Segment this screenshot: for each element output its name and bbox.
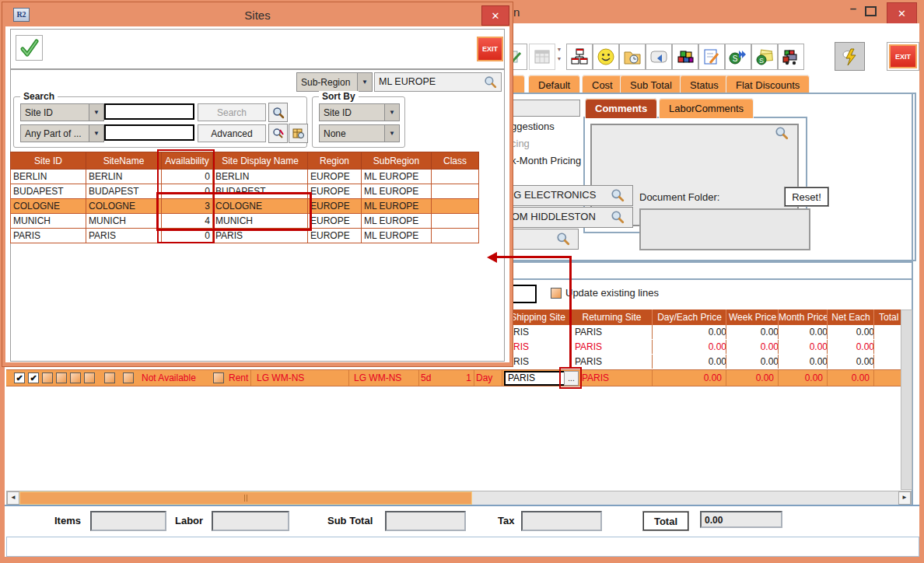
svg-text:S: S <box>759 57 764 65</box>
items-label: Items <box>54 515 81 526</box>
tab-status[interactable]: Status <box>680 75 729 94</box>
row-checkbox[interactable] <box>56 372 67 383</box>
main-exit-button[interactable]: EXIT <box>889 44 917 68</box>
line-row[interactable]: PARIS PARIS 0.00 0.00 0.00 0.00 <box>498 355 901 370</box>
main-exit-button-frame[interactable]: EXIT <box>887 42 919 71</box>
inventory-button[interactable] <box>672 44 698 70</box>
shortcut-key-button[interactable] <box>646 44 672 70</box>
row-checkbox[interactable] <box>70 372 81 383</box>
org-chart-button[interactable] <box>566 44 593 70</box>
subregion-dropdown[interactable]: Sub-Region ▼ <box>296 72 373 92</box>
scroll-left-button[interactable]: ◄ <box>7 491 19 505</box>
document-folder-textarea[interactable] <box>639 208 810 250</box>
calendar-button[interactable] <box>529 44 555 70</box>
row-checkbox[interactable]: ✔ <box>14 372 25 383</box>
grid-search-button[interactable] <box>289 124 308 143</box>
row-checkbox[interactable] <box>42 372 53 383</box>
calendar-dropdown-arrows[interactable]: ▼▼ <box>555 45 563 67</box>
maximize-button[interactable] <box>865 6 877 19</box>
invoice-button[interactable]: S <box>751 44 778 70</box>
sort-secondary-dropdown[interactable]: None ▼ <box>319 124 400 142</box>
advanced-find-button[interactable] <box>268 124 288 143</box>
search-icon[interactable] <box>611 210 625 224</box>
total-label-box: Total <box>642 511 689 531</box>
history-folder-button[interactable] <box>619 44 646 70</box>
cell-day: 0.00 <box>652 325 731 339</box>
confirm-selection-button[interactable] <box>16 35 43 61</box>
search-icon[interactable] <box>484 75 497 89</box>
label-pricing-partial: cing <box>511 138 530 149</box>
truck-boxes-icon <box>782 47 800 66</box>
minimize-button[interactable]: – <box>845 2 862 20</box>
contact-button[interactable] <box>593 44 619 70</box>
org-chart-icon <box>570 47 589 66</box>
update-lines-label: Update existing lines <box>565 287 659 299</box>
notes-button[interactable] <box>698 44 725 70</box>
scrollbar-thumb[interactable] <box>19 491 472 505</box>
scroll-right-button[interactable]: ► <box>898 491 911 505</box>
item-code: LG WM-NS <box>257 370 304 386</box>
tax-label: Tax <box>498 515 514 526</box>
tab-labor-comments[interactable]: LaborComments <box>659 98 754 118</box>
search-type2-dropdown[interactable]: Any Part of ... ▼ <box>20 124 104 142</box>
totals-top-border <box>5 505 919 506</box>
quick-action-button[interactable] <box>835 42 865 71</box>
row-checkbox[interactable] <box>213 372 224 383</box>
site-row[interactable]: MUNICH MUNICH 4 MUNICH EUROPE ML EUROPE <box>11 214 479 229</box>
subregion-search-field[interactable]: ML EUROPE <box>374 72 502 92</box>
line-row[interactable]: PARIS PARIS 0.00 0.00 0.00 0.00 <box>498 340 901 355</box>
reset-button[interactable]: Reset! <box>784 187 829 207</box>
tab-flat-discounts[interactable]: Flat Discounts <box>726 75 810 94</box>
search-icon[interactable] <box>611 188 625 202</box>
cell-week: 0.00 <box>726 325 783 339</box>
col-week-price: Week Price <box>726 309 779 325</box>
horizontal-scrollbar[interactable]: ◄ ► <box>6 491 912 505</box>
label-suggestions-partial: ggestions <box>511 121 555 132</box>
line-row[interactable]: PARIS PARIS 0.00 0.00 0.00 0.00 <box>498 325 901 341</box>
search-type1-dropdown[interactable]: Site ID ▼ <box>20 103 104 121</box>
site-row[interactable]: PARIS PARIS 0 PARIS EUROPE ML EUROPE <box>11 229 479 243</box>
search-input-2[interactable] <box>104 124 194 141</box>
comments-search-icon[interactable] <box>775 126 789 142</box>
advanced-button[interactable]: Advanced <box>198 124 266 142</box>
search-icon <box>272 107 285 119</box>
row-checkbox[interactable] <box>104 372 115 383</box>
cell-day: 0.00 <box>652 355 731 369</box>
search-button[interactable]: Search <box>198 103 266 121</box>
dialog-toolbar <box>10 29 505 69</box>
site-picker-button[interactable]: ... <box>564 371 579 386</box>
payment-forward-button[interactable]: S <box>725 44 751 70</box>
returning-site: PARIS <box>582 370 609 386</box>
update-lines-checkbox[interactable] <box>551 288 562 299</box>
active-line-row[interactable]: ✔ ✔ Not Available Rent LG WM-NS LG WM-NS… <box>6 369 901 386</box>
site-row[interactable]: BERLIN BERLIN 0 BERLIN EUROPE ML EUROPE <box>11 170 479 184</box>
row-checkbox[interactable] <box>123 372 134 383</box>
close-button[interactable]: ✕ <box>887 2 917 24</box>
dialog-close-button[interactable]: ✕ <box>481 5 509 26</box>
tab-comments[interactable]: Comments <box>585 98 657 118</box>
chevron-down-icon: ▼ <box>89 125 103 142</box>
screen: n – ✕ ▼▼ S <box>0 0 924 563</box>
tab-sub-total[interactable]: Sub Total <box>620 75 682 94</box>
site-row-selected[interactable]: COLOGNE COLOGNE 3 COLOGNE EUROPE ML EURO… <box>11 199 479 214</box>
vertical-scrollbar[interactable] <box>901 309 912 490</box>
green-check-icon <box>19 38 40 58</box>
quantity: 1 <box>442 370 471 386</box>
sites-table: Site ID SiteName Availability Site Displ… <box>10 152 479 243</box>
shipping-button[interactable] <box>778 44 804 70</box>
tab-cost[interactable]: Cost <box>582 75 623 94</box>
label-week-month-pricing-partial: k-Month Pricing <box>511 155 581 166</box>
search-icon[interactable] <box>556 232 570 246</box>
sort-primary-dropdown[interactable]: Site ID ▼ <box>319 103 400 121</box>
sortby-groupbox-title: Sort By <box>319 91 359 102</box>
shipping-site-editor[interactable]: PARIS <box>504 371 569 386</box>
site-row[interactable]: BUDAPEST BUDAPEST 0 BUDAPEST EUROPE ML E… <box>11 184 479 199</box>
row-checkbox[interactable] <box>84 372 95 383</box>
tab-default[interactable]: Default <box>528 75 580 94</box>
find-button[interactable] <box>268 103 288 122</box>
row-checkbox[interactable]: ✔ <box>28 372 39 383</box>
month-price: 0.00 <box>778 370 823 386</box>
search-input-1[interactable] <box>104 103 194 120</box>
cell-week: 0.00 <box>726 355 783 369</box>
dialog-exit-button[interactable]: EXIT <box>477 37 503 61</box>
